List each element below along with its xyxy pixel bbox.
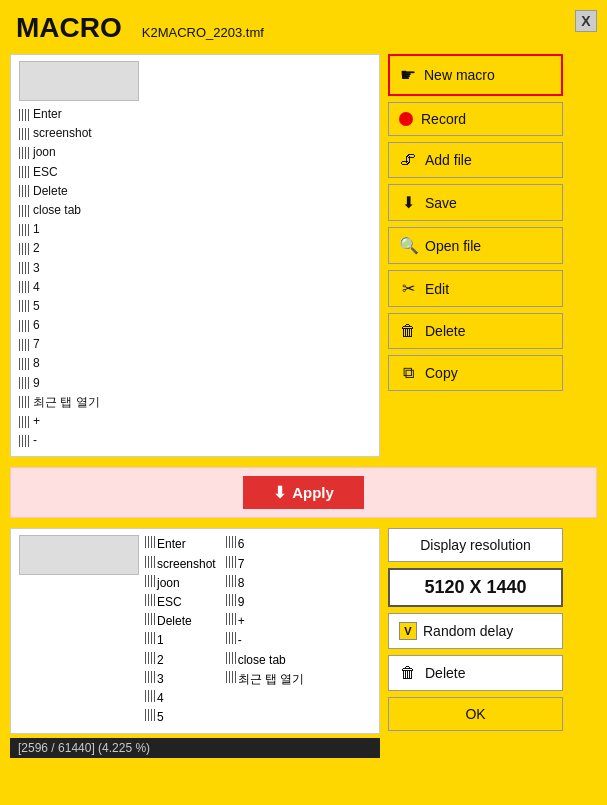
bar-icon: [145, 632, 155, 644]
bottom-section: Enter screenshot joon ESC Delete 1 2 3 4…: [0, 522, 607, 734]
list-item: 7: [226, 555, 305, 574]
bar-icon: [19, 166, 29, 178]
display-resolution-label: Display resolution: [420, 537, 531, 553]
bar-icon: [226, 575, 236, 587]
app-title: MACRO: [16, 12, 122, 44]
cursor-icon: ☛: [400, 64, 416, 86]
thumbnail-image: [19, 61, 139, 101]
close-button[interactable]: X: [575, 10, 597, 32]
bar-icon: [145, 536, 155, 548]
list-item: 2: [145, 651, 216, 670]
trash-bottom-icon: 🗑: [399, 664, 417, 682]
delete-button[interactable]: 🗑 Delete: [388, 313, 563, 349]
bar-icon: [226, 556, 236, 568]
list-item: 3: [145, 670, 216, 689]
bar-icon: [226, 632, 236, 644]
list-item: joon: [145, 574, 216, 593]
bar-icon: [19, 147, 29, 159]
bar-icon: [145, 575, 155, 587]
ok-button[interactable]: OK: [388, 697, 563, 731]
new-macro-label: New macro: [424, 67, 495, 83]
trash-icon: 🗑: [399, 322, 417, 340]
close-label: X: [581, 13, 590, 29]
bottom-macro-panel[interactable]: Enter screenshot joon ESC Delete 1 2 3 4…: [10, 528, 380, 734]
bottom-thumbnail: [19, 535, 139, 575]
bar-icon: [19, 109, 29, 121]
list-item: -: [226, 631, 305, 650]
apply-label: Apply: [292, 484, 334, 501]
list-item: screenshot: [145, 555, 216, 574]
bottom-col2: 6 7 8 9 + - close tab 최근 탭 열기: [226, 535, 305, 727]
record-button[interactable]: Record: [388, 102, 563, 136]
bar-icon: [19, 320, 29, 332]
list-item: 2: [19, 239, 371, 258]
copy-icon: ⧉: [399, 364, 417, 382]
list-item: ESC: [145, 593, 216, 612]
bar-icon: [19, 435, 29, 447]
apply-section: ⬇ Apply: [10, 467, 597, 518]
bottom-col1: Enter screenshot joon ESC Delete 1 2 3 4…: [145, 535, 216, 727]
status-bar: [2596 / 61440] (4.225 %): [10, 738, 380, 758]
list-item: joon: [19, 143, 371, 162]
bar-icon: [145, 709, 155, 721]
add-file-label: Add file: [425, 152, 472, 168]
list-item: 3: [19, 259, 371, 278]
bar-icon: [19, 377, 29, 389]
bar-icon: [19, 300, 29, 312]
save-button[interactable]: ⬇ Save: [388, 184, 563, 221]
save-icon: ⬇: [399, 193, 417, 212]
edit-button[interactable]: ✂ Edit: [388, 270, 563, 307]
down-arrow-icon: ⬇: [273, 483, 286, 502]
list-item: 4: [145, 689, 216, 708]
resolution-value: 5120 X 1440: [388, 568, 563, 607]
list-item: ESC: [19, 163, 371, 182]
search-icon: 🔍: [399, 236, 417, 255]
bar-icon: [145, 671, 155, 683]
list-item: 1: [145, 631, 216, 650]
add-file-button[interactable]: 🖇 Add file: [388, 142, 563, 178]
list-item: 5: [19, 297, 371, 316]
list-item: Enter: [145, 535, 216, 554]
bar-icon: [19, 128, 29, 140]
list-item: Enter: [19, 105, 371, 124]
list-item: Delete: [145, 612, 216, 631]
open-file-button[interactable]: 🔍 Open file: [388, 227, 563, 264]
bar-icon: [19, 243, 29, 255]
bar-icon: [19, 396, 29, 408]
open-file-label: Open file: [425, 238, 481, 254]
macro-list-panel[interactable]: Enter screenshot joon ESC Delete close t…: [10, 54, 380, 457]
list-item: -: [19, 431, 371, 450]
list-item: 최근 탭 열기: [19, 393, 371, 412]
list-item: close tab: [19, 201, 371, 220]
bottom-columns: Enter screenshot joon ESC Delete 1 2 3 4…: [145, 535, 371, 727]
title-bar: MACRO K2MACRO_2203.tmf: [0, 0, 607, 48]
list-item: 7: [19, 335, 371, 354]
list-item: 5: [145, 708, 216, 727]
paperclip-icon: 🖇: [399, 151, 417, 169]
top-section: Enter screenshot joon ESC Delete close t…: [0, 48, 607, 463]
ok-label: OK: [465, 706, 485, 722]
bar-icon: [19, 185, 29, 197]
list-item: screenshot: [19, 124, 371, 143]
bar-icon: [19, 205, 29, 217]
scissors-icon: ✂: [399, 279, 417, 298]
status-text: [2596 / 61440] (4.225 %): [18, 741, 150, 755]
list-item: 4: [19, 278, 371, 297]
apply-button[interactable]: ⬇ Apply: [243, 476, 364, 509]
bar-icon: [19, 262, 29, 274]
delete-bottom-button[interactable]: 🗑 Delete: [388, 655, 563, 691]
list-item: 6: [19, 316, 371, 335]
bar-icon: [145, 690, 155, 702]
save-label: Save: [425, 195, 457, 211]
new-macro-button[interactable]: ☛ New macro: [388, 54, 563, 96]
random-delay-button[interactable]: V Random delay: [388, 613, 563, 649]
v-badge-icon: V: [399, 622, 417, 640]
bar-icon: [226, 671, 236, 683]
copy-button[interactable]: ⧉ Copy: [388, 355, 563, 391]
display-resolution-button[interactable]: Display resolution: [388, 528, 563, 562]
bar-icon: [145, 556, 155, 568]
list-item: 9: [19, 374, 371, 393]
list-item: +: [19, 412, 371, 431]
bar-icon: [19, 416, 29, 428]
edit-label: Edit: [425, 281, 449, 297]
